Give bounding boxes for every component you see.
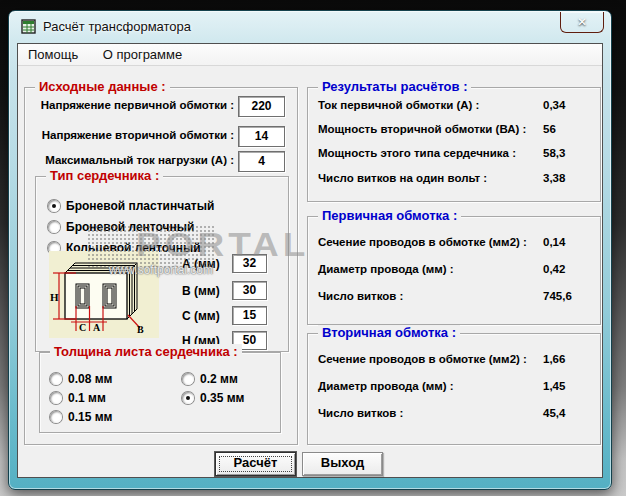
group-secondary-winding-title: Вторичная обмотка : [318,325,460,340]
radio-icon [182,373,194,385]
radio-thickness-035[interactable]: 0.35 мм [182,391,272,405]
menubar: Помощь О программе [18,44,602,66]
max-current-field[interactable]: 4 [238,151,285,172]
dim-a-label: А (мм) [182,257,220,271]
result-label: Число витков : [318,290,403,302]
radio-icon [50,392,62,404]
result-value: 0,34 [543,99,565,111]
radio-label: Броневой пластинчатый [66,199,214,213]
radio-icon [48,221,60,233]
group-primary-winding-title: Первичная обмотка : [318,208,461,223]
radio-label: 0.2 мм [200,372,238,386]
result-label: Число витков на один вольт : [318,172,487,184]
radio-core-armored-plate[interactable]: Броневой пластинчатый [48,199,268,213]
group-sheet-thickness-title: Толщина листа сердечника : [50,344,242,359]
menu-help[interactable]: Помощь [18,44,88,65]
exit-button-label: Выход [321,455,364,470]
secondary-voltage-field[interactable]: 14 [238,126,285,147]
window-title: Расчёт трансформатора [43,19,191,34]
radio-icon [50,373,62,385]
radio-label: 0.35 мм [200,391,244,405]
radio-thickness-015[interactable]: 0.15 мм [50,410,160,424]
radio-thickness-02[interactable]: 0.2 мм [182,372,272,386]
group-core-type-title: Тип сердечника : [46,168,163,183]
radio-thickness-01[interactable]: 0.1 мм [50,391,160,405]
radio-checked-icon [182,392,194,404]
app-icon [21,19,37,35]
result-label: Сечение проводов в обмотке (мм2) : [318,236,527,248]
result-value: 0,42 [543,263,565,275]
screenshot-canvas: Расчёт трансформатора ✕ Помощь О програм… [0,0,626,496]
result-label: Ток первичной обмотки (А) : [318,99,479,111]
close-icon: ✕ [577,15,587,29]
result-value: 1,45 [543,380,565,392]
group-secondary-winding: Вторичная обмотка : Сечение проводов в о… [307,333,601,445]
primary-voltage-field[interactable]: 220 [238,96,285,117]
result-label: Мощность этого типа сердечника : [318,147,516,159]
group-results-title: Результаты расчётов : [318,79,471,94]
diagram-label-a: A [93,322,101,333]
result-value: 3,38 [543,172,565,184]
result-label: Сечение проводов в обмотке (мм2) : [318,353,527,365]
group-input-data: Исходные данные : Напряжение первичной о… [24,87,298,445]
dim-c-label: С (мм) [182,309,220,323]
radio-checked-icon [48,200,60,212]
result-label: Число витков : [318,407,403,419]
radio-label: 0.08 мм [68,372,112,386]
titlebar: Расчёт трансформатора ✕ [9,11,611,43]
core-diagram: H C A B [49,251,159,338]
radio-label: Броневой ленточный [66,220,194,234]
group-primary-winding: Первичная обмотка : Сечение проводов в о… [307,216,601,325]
result-value: 0,14 [543,236,565,248]
group-results: Результаты расчётов : Ток первичной обмо… [307,87,601,202]
calculate-button[interactable]: Расчёт [215,452,296,476]
group-sheet-thickness: Толщина листа сердечника : 0.08 мм 0.1 м… [39,352,281,433]
exit-button[interactable]: Выход [302,452,383,476]
result-value: 58,3 [543,147,565,159]
diagram-label-b: B [137,324,144,335]
radio-core-armored-tape[interactable]: Броневой ленточный [48,220,268,234]
group-core-type: Тип сердечника : Броневой пластинчатый Б… [35,176,289,352]
dim-a-field[interactable]: 32 [232,254,267,273]
diagram-label-h: H [50,291,59,303]
result-value: 45,4 [543,407,565,419]
dim-c-field[interactable]: 15 [232,306,267,325]
max-current-label: Максимальный ток нагрузки (А) : [31,154,234,166]
menu-about[interactable]: О программе [93,44,193,65]
content: Исходные данные : Напряжение первичной о… [18,66,602,477]
radio-label: 0.15 мм [68,410,112,424]
dim-b-field[interactable]: 30 [232,281,267,300]
app-window: Расчёт трансформатора ✕ Помощь О програм… [8,10,612,490]
group-input-data-title: Исходные данные : [35,79,170,94]
primary-voltage-label: Напряжение первичной обмотки : [31,99,234,111]
client-area: Помощь О программе Исходные данные : Нап… [17,43,603,478]
result-value: 56 [543,123,556,135]
close-button[interactable]: ✕ [560,12,604,33]
radio-label: 0.1 мм [68,391,106,405]
result-value: 745,6 [543,290,572,302]
calculate-button-label: Расчёт [234,455,278,470]
result-label: Диаметр провода (мм) : [318,380,454,392]
secondary-voltage-label: Напряжение вторичной обмотки : [31,129,234,141]
result-label: Мощность вторичной обмотки (ВА) : [318,123,526,135]
result-label: Диаметр провода (мм) : [318,263,454,275]
radio-thickness-008[interactable]: 0.08 мм [50,372,160,386]
result-value: 1,66 [543,353,565,365]
diagram-label-c: C [79,322,86,333]
dim-b-label: В (мм) [182,284,220,298]
radio-icon [50,411,62,423]
